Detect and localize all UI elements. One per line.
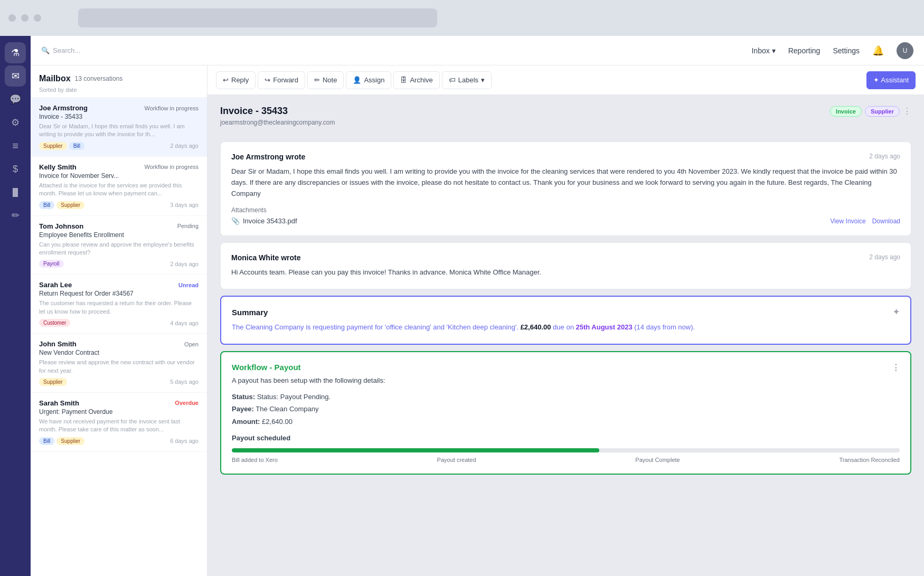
mailbox-header: Mailbox 13 conversations Sorted by date [31, 65, 207, 98]
archive-label: Archive [410, 76, 432, 84]
tag-customer: Customer [39, 319, 70, 327]
progress-step-1: Bill added to Xero [232, 457, 278, 463]
conversation-item[interactable]: Sarah Smith Overdue Urgent: Payment Over… [31, 393, 207, 452]
labels-button[interactable]: 🏷 Labels ▾ [442, 71, 492, 89]
email-divider [220, 133, 911, 133]
attachment-name: 📎 Invoice 35433.pdf [231, 217, 297, 225]
conv-subject: Employee Benefits Enrollment [39, 231, 199, 239]
author-name-1: Joe Armstrong [231, 153, 284, 161]
conv-preview: We have not received payment for the inv… [39, 418, 199, 434]
badge-invoice: Invoice [830, 106, 862, 117]
conv-status: Pending [177, 223, 199, 229]
nav-settings-label: Settings [833, 46, 860, 55]
summary-title-text: Summary [232, 308, 268, 317]
conv-subject: Urgent: Payment Overdue [39, 408, 199, 416]
progress-bar-container [232, 448, 900, 452]
conversation-item[interactable]: Joe Armstrong Workflow in progress Invoi… [31, 98, 207, 157]
conv-time: 2 days ago [170, 261, 199, 267]
sidebar-icon-flask[interactable]: ⚗ [5, 42, 26, 63]
message-author-2: Monica White wrote [231, 253, 300, 262]
note-button[interactable]: ✏ Note [307, 71, 344, 89]
nav-reporting-label: Reporting [788, 46, 821, 55]
label-icon: 🏷 [449, 76, 456, 84]
conv-preview: Dear Sir or Madam, I hope this email fin… [39, 122, 199, 139]
conv-time: 5 days ago [170, 379, 199, 385]
summary-text-after: (14 days from now). [633, 323, 695, 331]
sidebar-icon-dollar[interactable]: $ [5, 158, 26, 180]
conv-name: Sarah Smith [39, 399, 79, 407]
notification-bell[interactable]: 🔔 [872, 45, 884, 56]
conv-status: Workflow in progress [145, 164, 199, 170]
more-options-icon[interactable]: ⋮ [903, 106, 911, 116]
forward-button[interactable]: ↪ Forward [258, 71, 305, 89]
sidebar-icon-chart[interactable]: ▐▌ [5, 182, 26, 203]
workflow-more-icon[interactable]: ⋮ [892, 363, 900, 372]
top-bar [0, 0, 924, 36]
workflow-title: Workflow - Payout ⋮ [232, 363, 900, 372]
attachment-row: 📎 Invoice 35433.pdf View Invoice Downloa… [231, 217, 900, 225]
conv-time: 3 days ago [170, 202, 199, 208]
tag-supplier: Supplier [39, 142, 67, 150]
download-link[interactable]: Download [872, 218, 900, 225]
nav-reporting[interactable]: Reporting [788, 46, 821, 55]
sidebar-icon-inbox[interactable]: ✉ [5, 65, 26, 87]
summary-text: The Cleaning Company is requesting payme… [232, 322, 900, 333]
nav-inbox[interactable]: Inbox ▾ [751, 46, 775, 55]
conv-subject: Invoice - 35433 [39, 113, 199, 120]
mailbox-count: 13 conversations [75, 75, 123, 82]
conv-preview: Can you please review and approve the em… [39, 241, 199, 257]
user-avatar[interactable]: U [897, 42, 913, 59]
progress-step-2: Payout created [437, 457, 476, 463]
conv-preview: The customer has requested a return for … [39, 299, 199, 316]
inbox-chevron-icon: ▾ [772, 46, 776, 55]
email-title: Invoice - 35433 [220, 106, 288, 117]
conv-tags: Supplier Bill [39, 142, 84, 150]
reply-button[interactable]: ↩ Reply [216, 71, 256, 89]
left-panel: 🔍 Search... Mailbox 13 conversations Sor… [31, 36, 208, 576]
assign-button[interactable]: 👤 Assign [346, 71, 391, 89]
email-content: Invoice - 35433 Invoice Supplier ⋮ joear… [208, 95, 924, 576]
labels-chevron-icon: ▾ [481, 76, 485, 84]
sidebar: ⚗ ✉ 💬 ⚙ ≡ $ ▐▌ ✏ [0, 36, 31, 576]
sidebar-icon-edit[interactable]: ✏ [5, 205, 26, 226]
conversation-item[interactable]: John Smith Open New Vendor Contract Plea… [31, 334, 207, 393]
email-header: Invoice - 35433 Invoice Supplier ⋮ joear… [220, 106, 911, 133]
workflow-card: Workflow - Payout ⋮ A payout has been se… [220, 351, 911, 475]
amount-label: Amount: [232, 418, 260, 426]
assistant-button[interactable]: ✦ Assistant [866, 71, 916, 89]
right-panel: Inbox ▾ Reporting Settings 🔔 U ↩ Reply ↪… [208, 36, 924, 576]
archive-button[interactable]: 🗄 Archive [393, 71, 439, 89]
mailbox-title-text: Mailbox [39, 74, 71, 83]
message-header-1: Joe Armstrong wrote 2 days ago [231, 153, 900, 161]
progress-bar-fill [232, 448, 599, 452]
author-name-2: Monica White [231, 253, 279, 262]
nav-inbox-label: Inbox [751, 46, 769, 55]
sorted-label: Sorted by date [39, 87, 199, 93]
sidebar-icon-settings[interactable]: ⚙ [5, 112, 26, 133]
attachments-label: Attachments [231, 206, 900, 214]
conv-time: 4 days ago [170, 320, 199, 326]
paperclip-icon: 📎 [231, 217, 240, 225]
conv-name: Joe Armstrong [39, 104, 88, 112]
sidebar-icon-list[interactable]: ≡ [5, 135, 26, 156]
note-label: Note [323, 76, 337, 84]
view-invoice-link[interactable]: View Invoice [830, 218, 865, 225]
sidebar-icon-chat[interactable]: 💬 [5, 89, 26, 110]
conversation-item[interactable]: Sarah Lee Unread Return Request for Orde… [31, 275, 207, 334]
tag-bill: Bill [39, 201, 54, 209]
conv-time: 2 days ago [170, 143, 199, 149]
workflow-detail: Status: Status: Payout Pending. Payee: T… [232, 391, 900, 428]
search-placeholder: Search... [53, 46, 80, 54]
message-card-1: Joe Armstrong wrote 2 days ago Dear Sir … [220, 141, 911, 236]
conversation-item[interactable]: Kelly Smith Workflow in progress Invoice… [31, 157, 207, 216]
conv-subject: Return Request for Order #34567 [39, 290, 199, 297]
attachment-filename: Invoice 35433.pdf [243, 217, 297, 225]
email-toolbar: ↩ Reply ↪ Forward ✏ Note 👤 Assign 🗄 Arch… [208, 65, 924, 95]
nav-settings[interactable]: Settings [833, 46, 860, 55]
message-time-1: 2 days ago [869, 153, 900, 161]
conversation-item[interactable]: Tom Johnson Pending Employee Benefits En… [31, 216, 207, 275]
assistant-label: ✦ Assistant [873, 76, 909, 84]
message-body-2: Hi Accounts team. Please can you pay thi… [231, 267, 900, 278]
conv-time: 6 days ago [170, 438, 199, 444]
search-area[interactable]: 🔍 Search... [41, 46, 197, 54]
